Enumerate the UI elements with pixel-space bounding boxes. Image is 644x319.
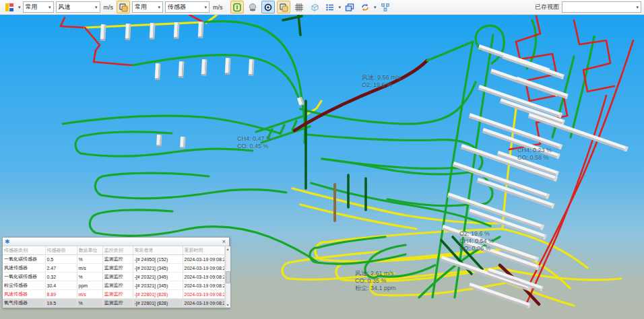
- unit2-label: m/s: [213, 4, 223, 11]
- annotation-line: 粉尘: 34.1 ppm: [355, 285, 396, 292]
- record-circle-icon[interactable]: [261, 1, 275, 13]
- windows-icon[interactable]: [343, 1, 356, 13]
- preset2-select[interactable]: 常用▾: [132, 1, 163, 13]
- table-cell: 0.5: [45, 255, 77, 264]
- table-cell: 风速传感器: [3, 290, 45, 299]
- unit1-label: m/s: [104, 4, 114, 11]
- annotation-line: CO: 0.45 %: [237, 143, 271, 150]
- table-cell: %: [77, 273, 102, 281]
- sphere-icon[interactable]: [246, 1, 259, 13]
- table-cell: 一氧化碳传感器: [3, 255, 45, 264]
- table-row[interactable]: 一氧化碳传感器0.32%监测监控-[# 20321] (345)2024-03-…: [3, 273, 224, 281]
- table-cell: 监测监控: [102, 273, 133, 281]
- table-cell: m/s: [77, 290, 102, 299]
- layers-icon[interactable]: [277, 1, 290, 13]
- table-header-cell[interactable]: 更新时间: [183, 246, 224, 255]
- close-icon[interactable]: ×: [221, 239, 227, 245]
- sensor-table-body: 一氧化碳传感器0.5%监测监控-[# 24950] (152)2024-03-1…: [3, 255, 224, 308]
- table-cell: 氧气传感器: [3, 299, 45, 308]
- table-cell: 2024-03-19 09:08:25: [183, 281, 224, 290]
- snowflake-icon: ✱: [5, 239, 10, 245]
- grid-icon[interactable]: [292, 1, 306, 13]
- scroll-up-icon[interactable]: ▲: [226, 247, 230, 251]
- table-cell: -[# 20321] (345): [133, 281, 183, 290]
- annotation-line: 风速: 9.56 m/s: [362, 74, 401, 81]
- table-cell: ppm: [77, 281, 102, 290]
- table-header-cell[interactable]: 传感器值: [45, 246, 77, 255]
- annotation-line: CH4: 0.54 %: [459, 238, 494, 245]
- table-cell: 0.32: [45, 273, 77, 281]
- refresh-caret[interactable]: ▾: [374, 5, 377, 9]
- sensor-table-panel: ✱ × 传感器类别传感器值数据单位监控类别安装巷道更新时间 一氧化碳传感器0.5…: [2, 237, 230, 308]
- annotation-line: CO: 0.35 %: [355, 277, 396, 285]
- table-cell: 监测监控: [102, 264, 133, 273]
- field1-value: 风速: [59, 3, 71, 11]
- cube-icon[interactable]: [308, 1, 321, 13]
- table-row[interactable]: 风速传感器8.89m/s监测监控-[# 22801] (828)2024-03-…: [3, 290, 224, 299]
- table-cell: -[# 20321] (345): [133, 273, 183, 281]
- table-cell: 8.89: [45, 290, 77, 299]
- preset1-select[interactable]: 常用▾: [23, 1, 54, 13]
- sensor-annotation: CH4: 0.47 %CO: 0.45 %: [237, 135, 271, 150]
- table-cell: -[# 20321] (345): [133, 264, 183, 273]
- field1-select[interactable]: 风速▾: [56, 1, 100, 13]
- table-cell: 监测监控: [102, 281, 133, 290]
- sensor-table: 传感器类别传感器值数据单位监控类别安装巷道更新时间 一氧化碳传感器0.5%监测监…: [3, 246, 225, 308]
- table-header-cell[interactable]: 监控类别: [102, 246, 133, 255]
- annotation-line: CO: 0.06 %: [459, 245, 494, 252]
- refresh-icon[interactable]: [358, 1, 372, 13]
- scroll-down-icon[interactable]: ▼: [226, 303, 230, 307]
- sensor-annotation: 风速: 2.61 m/sCO: 0.35 %粉尘: 34.1 ppm: [355, 270, 396, 292]
- saved-views-group: 已存视图 ▾: [535, 1, 641, 13]
- table-cell: 2.47: [45, 264, 77, 273]
- table-row[interactable]: 风速传感器2.47m/s监测监控-[# 20321] (345)2024-03-…: [3, 264, 224, 273]
- table-cell: 30.4: [45, 281, 77, 290]
- color-scheme-icon[interactable]: [3, 1, 16, 13]
- table-cell: %: [77, 255, 102, 264]
- table-cell: 粉尘传感器: [3, 281, 45, 290]
- table-cell: 19.5: [45, 299, 77, 308]
- table-header-cell[interactable]: 传感器类别: [3, 246, 45, 255]
- preset2-value: 常用: [135, 3, 147, 11]
- layers-sync-icon[interactable]: [117, 1, 130, 13]
- table-cell: 2024-03-19 09:08:25: [183, 255, 224, 264]
- field2-value: 传感器: [168, 3, 186, 11]
- preset1-value: 常用: [26, 3, 38, 11]
- power-toggle-icon[interactable]: [230, 1, 244, 13]
- table-header-row: 传感器类别传感器值数据单位监控类别安装巷道更新时间: [3, 246, 224, 255]
- annotation-line: 风速: 2.61 m/s: [355, 270, 396, 277]
- scroll-thumb[interactable]: [226, 271, 230, 283]
- table-scrollbar[interactable]: ▲ ▼: [225, 246, 230, 308]
- list-caret[interactable]: ▾: [339, 5, 342, 9]
- table-cell: m/s: [77, 264, 102, 273]
- annotation-line: O2: 19.6 %: [459, 230, 494, 238]
- table-cell: 风速传感器: [3, 264, 45, 273]
- network-icon[interactable]: [379, 1, 392, 13]
- table-row[interactable]: 粉尘传感器30.4ppm监测监控-[# 20321] (345)2024-03-…: [3, 281, 224, 290]
- sensor-annotation: CH4: 0.23 %CO: 0.58 %: [517, 147, 552, 162]
- table-cell: 2024-03-19 09:08:25: [183, 299, 224, 308]
- table-cell: 监测监控: [102, 299, 133, 308]
- panel-title-bar[interactable]: ✱ ×: [3, 238, 229, 246]
- saved-views-select[interactable]: ▾: [562, 1, 641, 13]
- annotation-line: O2: 19.6 %: [362, 81, 401, 89]
- table-cell: 一氧化碳传感器: [3, 273, 45, 281]
- color-scheme-caret[interactable]: ▾: [18, 5, 21, 9]
- table-row[interactable]: 一氧化碳传感器0.5%监测监控-[# 24950] (152)2024-03-1…: [3, 255, 224, 264]
- mine-ventilation-app: ▾ 常用▾ 风速▾ m/s 常用▾ 传感器▾ m/s: [0, 0, 644, 319]
- field2-select[interactable]: 传感器▾: [165, 1, 210, 13]
- table-cell: -[# 22801] (828): [133, 290, 183, 299]
- saved-views-label: 已存视图: [535, 3, 559, 11]
- table-cell: 2024-03-19 09:08:25: [183, 273, 224, 281]
- table-row[interactable]: 氧气传感器19.5%监测监控-[# 22801] (828)2024-03-19…: [3, 299, 224, 308]
- table-cell: -[# 24950] (152): [133, 255, 183, 264]
- table-header-cell[interactable]: 安装巷道: [133, 246, 183, 255]
- toolbar: ▾ 常用▾ 风速▾ m/s 常用▾ 传感器▾ m/s: [0, 0, 644, 15]
- sensor-annotation: O2: 19.6 %CH4: 0.54 %CO: 0.06 %: [459, 230, 494, 252]
- annotation-line: CH4: 0.47 %: [237, 135, 271, 143]
- table-cell: 2024-03-19 09:08:25: [183, 264, 224, 273]
- list-icon[interactable]: [323, 1, 337, 13]
- table-header-cell[interactable]: 数据单位: [77, 246, 102, 255]
- annotation-line: CH4: 0.23 %: [517, 147, 552, 154]
- table-cell: 2024-03-19 09:08:25: [183, 290, 224, 299]
